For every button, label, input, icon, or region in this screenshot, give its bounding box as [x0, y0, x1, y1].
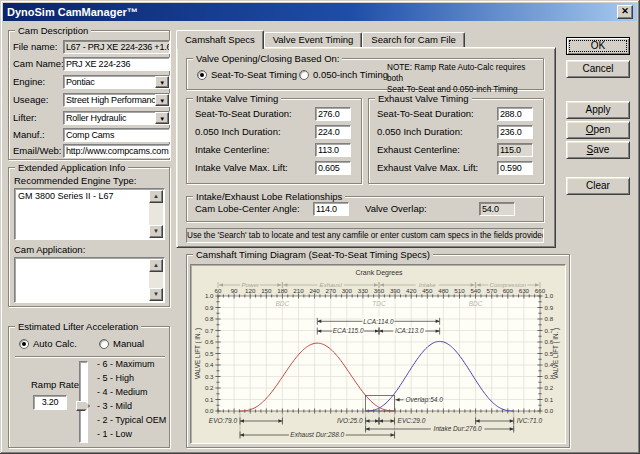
- intake-centerline-field[interactable]: 113.0: [315, 143, 351, 157]
- svg-text:90: 90: [231, 287, 238, 294]
- slider-scale-label: - 5 - High: [97, 373, 134, 383]
- intake-050-duration-field[interactable]: 224.0: [315, 125, 351, 139]
- field-row: Manuf.: Comp Cams: [13, 129, 45, 140]
- lifter-acceleration-title: Estimated Lifter Acceleration: [15, 320, 141, 333]
- svg-text:TDC: TDC: [372, 300, 386, 307]
- cam-name-label: Cam Name:: [13, 58, 64, 69]
- svg-text:210: 210: [293, 287, 304, 294]
- scroll-up-icon[interactable]: ▲: [149, 190, 163, 203]
- cam-name-field[interactable]: PRJ XE 224-236: [63, 57, 170, 71]
- svg-text:EVO:79.0: EVO:79.0: [209, 417, 238, 424]
- svg-text:1.0: 1.0: [205, 292, 214, 299]
- engine-type-value: GM 3800 Series II - L67: [18, 191, 148, 201]
- lobe-center-angle-label: Cam Lobe-Center Angle:: [195, 203, 300, 214]
- timing-chart-panel: 6090120150180210240270300330360390420450…: [190, 264, 566, 444]
- valve-basis-title: Valve Opening/Closing Based On:: [193, 52, 342, 65]
- exhaust-s2s-duration-field[interactable]: 288.0: [497, 107, 533, 121]
- timing-diagram-title: Camshaft Timing Diagram (Seat-To-Seat Ti…: [193, 248, 433, 261]
- clear-button[interactable]: Clear: [566, 177, 630, 195]
- scroll-down-icon[interactable]: ▼: [149, 288, 163, 301]
- dropdown-arrow-icon[interactable]: ▼: [155, 76, 169, 88]
- seat-to-seat-label: Seat-To-Seat Timing: [211, 69, 297, 80]
- svg-text:420: 420: [406, 287, 417, 294]
- svg-text:Power: Power: [241, 281, 259, 288]
- svg-text:300: 300: [342, 287, 353, 294]
- window-title: DynoSim CamManager™: [7, 6, 138, 18]
- field-row: Useage: Street High Performance ▼: [13, 94, 48, 105]
- file-name-label: File name:: [13, 41, 57, 52]
- ramp-rate-value[interactable]: 3.20: [33, 395, 67, 410]
- slider-scale-label: - 1 - Low: [97, 429, 132, 439]
- svg-text:IVC:71.0: IVC:71.0: [517, 417, 543, 424]
- svg-text:ICA:113.0: ICA:113.0: [395, 327, 424, 334]
- exhaust-050-duration-field[interactable]: 236.0: [497, 125, 533, 139]
- field-row: Cam Name: PRJ XE 224-236: [13, 58, 64, 69]
- svg-text:0.0: 0.0: [205, 407, 214, 414]
- radio-icon[interactable]: [299, 70, 309, 80]
- extended-application-group: Extended Application Info Recommended En…: [8, 167, 170, 307]
- svg-text:180: 180: [277, 287, 288, 294]
- svg-text:Exhaust Dur:288.0: Exhaust Dur:288.0: [290, 431, 344, 438]
- svg-text:BDC: BDC: [469, 300, 483, 307]
- lifter-value: Roller Hydraulic: [66, 113, 126, 123]
- svg-text:330: 330: [358, 287, 369, 294]
- auto-calc-radio[interactable]: Auto Calc.: [19, 338, 77, 349]
- svg-text:0.5: 0.5: [205, 350, 214, 357]
- manuf-label: Manuf.:: [13, 129, 45, 140]
- open-button[interactable]: Open: [566, 121, 630, 139]
- scroll-down-icon[interactable]: ▼: [149, 225, 163, 238]
- radio-icon[interactable]: [99, 339, 109, 349]
- svg-text:Intake: Intake: [419, 281, 436, 288]
- engine-dropdown[interactable]: Pontiac ▼: [63, 75, 170, 89]
- useage-dropdown[interactable]: Street High Performance ▼: [63, 93, 170, 107]
- intake-s2s-duration-field[interactable]: 276.0: [315, 107, 351, 121]
- save-button[interactable]: Save: [566, 141, 630, 159]
- tab-valve-event-timing[interactable]: Valve Event Timing: [264, 32, 363, 48]
- close-icon[interactable]: ✕: [617, 5, 633, 19]
- timing-chart-svg: 6090120150180210240270300330360390420450…: [192, 266, 564, 442]
- scrollbar[interactable]: ▲ ▼: [149, 190, 163, 238]
- lobe-center-angle-field[interactable]: 114.0: [313, 202, 349, 216]
- radio-icon[interactable]: [197, 70, 207, 80]
- svg-text:IVO:25.0: IVO:25.0: [337, 417, 363, 424]
- intake-timing-title: Intake Valve Timing: [193, 92, 281, 105]
- ok-button[interactable]: OK: [566, 37, 630, 55]
- radio-icon[interactable]: [19, 339, 29, 349]
- tab-camshaft-specs[interactable]: Camshaft Specs: [176, 30, 264, 49]
- manual-radio[interactable]: Manual: [99, 338, 144, 349]
- useage-value: Street High Performance: [66, 95, 160, 105]
- inch-timing-label: 0.050-inch Timing: [313, 69, 388, 80]
- cam-application-listbox[interactable]: ▲ ▼: [14, 257, 165, 303]
- tab-search-for-cam-file[interactable]: Search for Cam File: [362, 32, 464, 48]
- svg-text:ECA:115.0: ECA:115.0: [333, 327, 364, 334]
- svg-text:1.0: 1.0: [545, 292, 554, 299]
- scrollbar[interactable]: ▲ ▼: [149, 259, 163, 301]
- seat-to-seat-radio[interactable]: Seat-To-Seat Timing: [197, 69, 297, 80]
- intake-max-lift-field[interactable]: 0.605: [315, 161, 351, 175]
- svg-text:0.6: 0.6: [205, 338, 214, 345]
- svg-text:390: 390: [390, 287, 401, 294]
- lifter-dropdown[interactable]: Roller Hydraulic ▼: [63, 111, 170, 125]
- svg-text:Exhaust: Exhaust: [320, 281, 343, 288]
- svg-text:LCA:114.0: LCA:114.0: [363, 318, 394, 325]
- svg-text:0.3: 0.3: [205, 373, 214, 380]
- cam-application-label: Cam Application:: [14, 244, 85, 255]
- dropdown-arrow-icon[interactable]: ▼: [155, 94, 169, 106]
- exhaust-max-lift-field[interactable]: 0.590: [497, 161, 533, 175]
- inch-timing-radio[interactable]: 0.050-inch Timing: [299, 69, 388, 80]
- intake-timing-group: Intake Valve Timing Seat-To-Seat Duratio…: [186, 98, 362, 184]
- lifter-label: Lifter:: [13, 112, 37, 123]
- cancel-button[interactable]: Cancel: [566, 60, 630, 78]
- dropdown-arrow-icon[interactable]: ▼: [155, 112, 169, 124]
- email-web-field[interactable]: http://www.compcams.com: [63, 144, 170, 158]
- scroll-up-icon[interactable]: ▲: [149, 259, 163, 272]
- divider: [15, 356, 165, 358]
- slider-scale-label: - 6 - Maximum: [97, 359, 155, 369]
- svg-text:0.0: 0.0: [545, 407, 554, 414]
- svg-text:510: 510: [454, 287, 465, 294]
- engine-type-listbox[interactable]: GM 3800 Series II - L67 ▲ ▼: [14, 188, 165, 240]
- useage-label: Useage:: [13, 94, 48, 105]
- manuf-field[interactable]: Comp Cams: [63, 128, 170, 142]
- apply-button[interactable]: Apply: [566, 101, 630, 119]
- valve-basis-group: Valve Opening/Closing Based On: Seat-To-…: [186, 58, 544, 90]
